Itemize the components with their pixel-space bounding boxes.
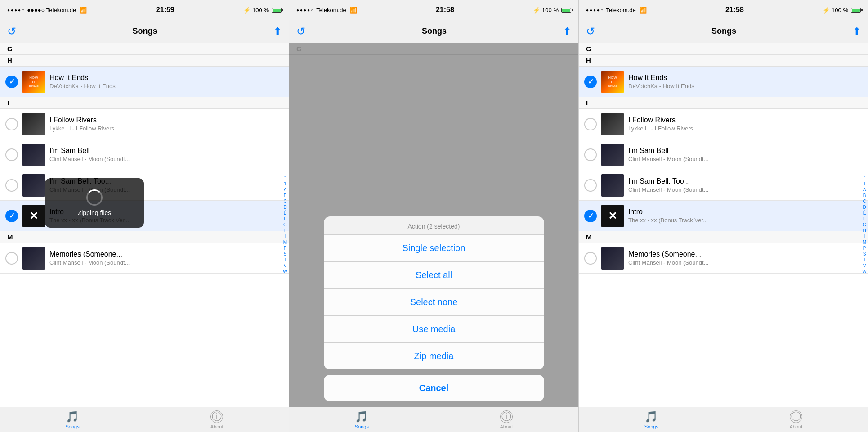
checkbox-i-follow-rivers-left[interactable] xyxy=(5,118,18,130)
song-artist-how-it-ends-right: DeVotchKa - How It Ends xyxy=(628,83,863,90)
wifi-icon-right: 📶 xyxy=(640,7,647,14)
song-title-sam-bell-too-left: I'm Sam Bell, Too... xyxy=(49,177,283,185)
action-select-all[interactable]: Select all xyxy=(324,262,544,289)
song-item-memories-right[interactable]: Memories (Someone... Clint Mansell - Moo… xyxy=(579,243,868,274)
checkbox-sam-bell-too-left[interactable] xyxy=(5,179,18,192)
album-art-sam-bell-right xyxy=(601,144,624,166)
left-panel: ●●●●○ ●●●●○ Telekom.de 📶 21:59 ⚡ 100 % ↺… xyxy=(0,0,289,432)
status-right: ⚡ 100 % xyxy=(243,7,282,14)
song-item-sam-bell-right[interactable]: I'm Sam Bell Clint Mansell - Moon (Sound… xyxy=(579,140,868,170)
share-button-middle[interactable]: ⬆ xyxy=(563,26,571,37)
song-info-memories-left: Memories (Someone... Clint Mansell - Moo… xyxy=(49,250,283,266)
tab-bar-right: 🎵 Songs ⓘ About xyxy=(579,407,868,432)
tab-about-left[interactable]: ⓘ About xyxy=(210,410,224,429)
tab-songs-label-right: Songs xyxy=(644,424,658,429)
action-single-selection[interactable]: Single selection xyxy=(324,235,544,262)
album-art-intro-left: ✕ xyxy=(22,205,45,227)
album-art-i-follow-rivers-left xyxy=(22,113,45,135)
song-item-memories-left[interactable]: Memories (Someone... Clint Mansell - Moo… xyxy=(0,243,289,274)
nav-bar-middle: ↺ Songs ⬆ xyxy=(289,20,578,43)
status-right-middle: ⚡ 100 % xyxy=(533,7,571,14)
song-item-sam-bell-left[interactable]: I'm Sam Bell Clint Mansell - Moon (Sound… xyxy=(0,140,289,170)
battery-icon-right xyxy=(851,8,861,13)
song-item-i-follow-rivers-left[interactable]: I Follow Rivers Lykke Li - I Follow Rive… xyxy=(0,109,289,140)
refresh-button-left[interactable]: ↺ xyxy=(7,25,16,38)
song-title-intro-left: Intro xyxy=(49,208,283,216)
song-item-i-follow-rivers-right[interactable]: I Follow Rivers Lykke Li - I Follow Rive… xyxy=(579,109,868,140)
album-art-img-rivers xyxy=(22,113,45,135)
tab-songs-right[interactable]: 🎵 Songs xyxy=(644,410,658,429)
checkbox-sam-bell-too-right[interactable] xyxy=(584,179,597,192)
info-icon-middle: ⓘ xyxy=(500,410,513,423)
song-title-how-it-ends-right: How It Ends xyxy=(628,74,863,82)
action-cancel-button[interactable]: Cancel xyxy=(324,375,544,401)
checkbox-how-it-ends-right[interactable] xyxy=(584,76,597,88)
song-info-memories-right: Memories (Someone... Clint Mansell - Moo… xyxy=(628,250,863,266)
bluetooth-icon-middle: ⚡ xyxy=(533,7,540,14)
action-zip-media[interactable]: Zip media xyxy=(324,343,544,369)
section-i-left: I xyxy=(0,97,289,109)
song-item-sam-bell-too-right[interactable]: I'm Sam Bell, Too... Clint Mansell - Moo… xyxy=(579,170,868,201)
checkbox-sam-bell-right[interactable] xyxy=(584,148,597,161)
battery-fill-right xyxy=(852,9,860,12)
signal-dots-middle: ●●●●○ xyxy=(296,8,314,13)
checkbox-memories-left[interactable] xyxy=(5,252,18,265)
refresh-button-right[interactable]: ↺ xyxy=(586,25,595,38)
song-title-intro-right: Intro xyxy=(628,208,863,216)
album-art-img-rivers-right xyxy=(601,113,624,135)
music-note-icon-left: 🎵 xyxy=(66,410,79,423)
checkbox-i-follow-rivers-right[interactable] xyxy=(584,118,597,130)
checkbox-memories-right[interactable] xyxy=(584,252,597,265)
bluetooth-icon-right: ⚡ xyxy=(823,7,830,14)
checkbox-intro-right[interactable] xyxy=(584,210,597,222)
action-sheet: Action (2 selected) Single selection Sel… xyxy=(324,216,544,369)
album-art-img-moon3 xyxy=(22,247,45,270)
tab-songs-left[interactable]: 🎵 Songs xyxy=(66,410,80,429)
info-icon-right: ⓘ xyxy=(790,410,802,423)
share-button-left[interactable]: ⬆ xyxy=(273,26,282,37)
checkbox-how-it-ends-left[interactable] xyxy=(5,76,18,88)
song-title-sam-bell-right: I'm Sam Bell xyxy=(628,147,863,155)
refresh-button-middle[interactable]: ↺ xyxy=(296,25,305,38)
album-art-memories-left xyxy=(22,247,45,270)
index-bar-right[interactable]: " 1 A B C D É F G H I M P S T V W xyxy=(861,43,868,407)
tab-about-right[interactable]: ⓘ About xyxy=(789,410,802,429)
tab-about-middle[interactable]: ⓘ About xyxy=(500,410,513,429)
song-info-sam-bell-right: I'm Sam Bell Clint Mansell - Moon (Sound… xyxy=(628,147,863,162)
album-art-sam-bell-left xyxy=(22,144,45,166)
tab-bar-left: 🎵 Songs ⓘ About xyxy=(0,407,289,432)
album-art-img-moon1 xyxy=(22,144,45,166)
song-title-memories-right: Memories (Someone... xyxy=(628,250,863,258)
checkbox-intro-left[interactable] xyxy=(5,210,18,222)
wifi-icon: 📶 xyxy=(80,7,87,14)
song-artist-memories-right: Clint Mansell - Moon (Soundt... xyxy=(628,259,863,266)
battery-icon xyxy=(272,8,282,13)
tab-songs-middle[interactable]: 🎵 Songs xyxy=(355,410,369,429)
album-art-img-left: HOWITENDS xyxy=(22,71,45,93)
status-left-right: ●●●●○ Telekom.de 📶 xyxy=(586,7,647,14)
nav-bar-right: ↺ Songs ⬆ xyxy=(579,20,868,43)
song-title-rivers-left: I Follow Rivers xyxy=(49,116,283,124)
song-info-sam-bell-too-left: I'm Sam Bell, Too... Clint Mansell - Moo… xyxy=(49,177,283,193)
action-sheet-overlay[interactable]: Action (2 selected) Single selection Sel… xyxy=(289,43,578,407)
song-item-intro-left[interactable]: ✕ Intro The xx - xx (Bonus Track Ver... xyxy=(0,201,289,231)
section-g-right: G xyxy=(579,43,868,55)
song-item-how-it-ends-right[interactable]: HOWITENDS How It Ends DeVotchKa - How It… xyxy=(579,67,868,97)
battery-percent: 100 % xyxy=(252,7,269,14)
action-use-media[interactable]: Use media xyxy=(324,316,544,343)
music-note-icon-right: 🎵 xyxy=(644,410,658,423)
song-item-sam-bell-too-left[interactable]: I'm Sam Bell, Too... Clint Mansell - Moo… xyxy=(0,170,289,201)
album-art-how-it-ends-left: HOWITENDS xyxy=(22,71,45,93)
album-art-img-moon1-right xyxy=(601,144,624,166)
info-icon-left: ⓘ xyxy=(210,410,223,423)
song-artist-sam-bell-too-left: Clint Mansell - Moon (Soundt... xyxy=(49,186,283,193)
index-bar-left[interactable]: " 1 A B C D É F G H I M P S T V W xyxy=(282,43,289,407)
checkbox-sam-bell-left[interactable] xyxy=(5,148,18,161)
song-artist-intro-right: The xx - xx (Bonus Track Ver... xyxy=(628,217,863,224)
action-select-none[interactable]: Select none xyxy=(324,289,544,316)
share-button-right[interactable]: ⬆ xyxy=(853,26,861,37)
song-title-how-it-ends-left: How It Ends xyxy=(49,74,283,82)
song-item-how-it-ends-left[interactable]: HOWITENDS How It Ends DeVotchKa - How It… xyxy=(0,67,289,97)
song-info-intro-right: Intro The xx - xx (Bonus Track Ver... xyxy=(628,208,863,224)
song-item-intro-right[interactable]: ✕ Intro The xx - xx (Bonus Track Ver... xyxy=(579,201,868,231)
